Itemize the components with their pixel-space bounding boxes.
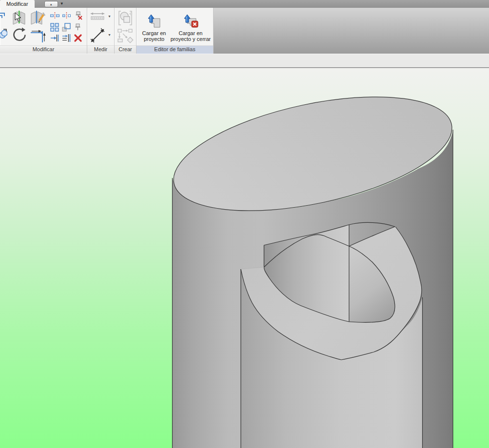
tab-modificar[interactable]: Modificar <box>0 0 35 8</box>
options-bar <box>0 54 489 68</box>
ribbon-collapse-caret-icon[interactable]: ▼ <box>60 1 64 8</box>
panel-crear: Crear <box>115 8 137 54</box>
ribbon-collapse-button[interactable]: ▲ <box>44 1 58 7</box>
load-button-label-line1: Cargar en <box>142 30 166 36</box>
pin-icon[interactable] <box>73 22 83 32</box>
drawing-area-3d-view[interactable] <box>0 68 489 448</box>
load-into-project-and-close-button[interactable]: Cargar en proyecto y cerrar <box>170 9 212 45</box>
split-with-gap-icon[interactable] <box>29 9 47 26</box>
chevron-up-icon: ▲ <box>50 3 53 6</box>
load-close-button-label-line2: proyecto y cerrar <box>171 36 211 42</box>
ribbon-tab-bar: Modificar ▲ ▼ <box>0 0 489 8</box>
aligned-dimension-icon[interactable] <box>89 10 106 24</box>
panel-label-editor-de-familias[interactable]: Editor de familias <box>137 45 213 54</box>
panel-label-modificar[interactable]: Modificar <box>0 45 87 54</box>
ribbon-empty-area <box>214 8 489 54</box>
panel-label-medir[interactable]: Medir <box>87 45 114 54</box>
trim-extend-corner-icon[interactable] <box>29 26 48 44</box>
measure-dropdown-caret-icon[interactable]: ▼ <box>108 33 111 37</box>
panel-label-crear[interactable]: Crear <box>115 45 136 54</box>
revit-window: Modificar ▲ ▼ <box>0 0 489 448</box>
rotate-icon[interactable] <box>11 26 28 44</box>
load-into-project-icon <box>146 13 162 30</box>
dimension-dropdown-caret-icon[interactable]: ▼ <box>108 15 111 18</box>
panel-medir: ▼ ▼ Medir <box>87 8 115 54</box>
create-similar-icon[interactable] <box>117 27 134 44</box>
delete-icon[interactable] <box>73 33 83 43</box>
unpin-icon[interactable] <box>73 10 83 20</box>
array-icon[interactable] <box>50 22 60 32</box>
scale-icon[interactable] <box>61 22 72 32</box>
panel-modificar: Modificar <box>0 8 87 54</box>
copy-icon[interactable] <box>0 27 8 41</box>
trim-extend-multiple-icon[interactable] <box>61 33 72 43</box>
ribbon: Modificar ▼ <box>0 8 489 54</box>
create-group-icon[interactable] <box>117 9 134 27</box>
load-into-project-button[interactable]: Cargar en proyecto <box>139 9 169 45</box>
cut-geometry-icon[interactable] <box>50 11 60 20</box>
load-close-button-label-line1: Cargar en <box>179 30 203 36</box>
trim-extend-single-icon[interactable] <box>50 33 60 43</box>
uncut-geometry-icon[interactable] <box>61 11 72 20</box>
offset-icon[interactable] <box>0 10 8 24</box>
split-element-icon[interactable] <box>11 9 28 26</box>
load-button-label-line2: proyecto <box>144 36 164 42</box>
panel-editor-de-familias: Cargar en proyecto Carga <box>137 8 214 54</box>
load-into-project-and-close-icon <box>182 13 199 30</box>
measure-icon[interactable] <box>89 27 106 44</box>
